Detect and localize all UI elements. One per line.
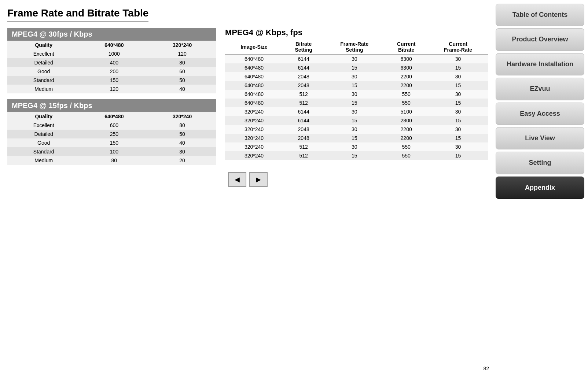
table-cell: 640*480 (225, 99, 283, 107)
prev-button[interactable]: ◀ (228, 172, 246, 187)
table-cell: 30 (428, 142, 488, 151)
table-cell: 320*240 (225, 142, 283, 151)
table-cell: 6144 (283, 116, 324, 125)
table-cell: 6144 (283, 55, 324, 64)
table-cell: 30 (324, 72, 385, 81)
table-cell: 150 (80, 138, 148, 147)
section2-header: MPEG4 @ 15fps / Kbps (7, 99, 216, 112)
table-cell: 30 (428, 72, 488, 81)
table-cell: 30 (324, 90, 385, 99)
table-cell: 60 (148, 67, 216, 76)
mpeg4-kbps-fps-table: Image-Size BitrateSetting Frame-RateSett… (225, 40, 488, 160)
sidebar-btn-easy-access[interactable]: Easy Access (496, 103, 584, 125)
table-cell: 640*480 (225, 55, 283, 64)
table-cell: 320*240 (225, 151, 283, 160)
sidebar-btn-live-view[interactable]: Live View (496, 127, 584, 149)
col-640-1: 640*480 (80, 41, 148, 49)
sidebar-btn-product-overview[interactable]: Product Overview (496, 28, 584, 51)
table-cell: 15 (324, 134, 385, 142)
table-cell: 80 (148, 58, 216, 67)
sidebar: Table of ContentsProduct OverviewHardwar… (496, 4, 588, 378)
table-cell: 400 (80, 58, 148, 67)
table-cell: 30 (428, 90, 488, 99)
table-cell: 512 (283, 151, 324, 160)
table-cell: Detailed (7, 130, 80, 138)
table-cell: Good (7, 138, 80, 147)
col-640-2: 640*480 (80, 112, 148, 121)
table-cell: 30 (428, 107, 488, 116)
table-cell: 15 (428, 81, 488, 90)
right-section-header: MPEG4 @ Kbps, fps (225, 28, 488, 37)
right-table-container: MPEG4 @ Kbps, fps Image-Size BitrateSett… (225, 28, 488, 160)
table-cell: 80 (80, 156, 148, 165)
table-cell: 2048 (283, 125, 324, 134)
table-cell: 40 (148, 138, 216, 147)
col-current-framerate: CurrentFrame-Rate (428, 40, 488, 55)
table-cell: Good (7, 67, 80, 76)
table-cell: 2048 (283, 72, 324, 81)
table-cell: 20 (148, 156, 216, 165)
table-cell: 2048 (283, 81, 324, 90)
table-cell: 30 (428, 55, 488, 64)
col-quality-2: Quality (7, 112, 80, 121)
table-cell: Medium (7, 156, 80, 165)
table-cell: Standard (7, 76, 80, 85)
table-cell: 2200 (385, 72, 428, 81)
mpeg4-15fps-table: Quality 640*480 320*240 Excellent60080De… (7, 112, 216, 165)
table-cell: 550 (385, 142, 428, 151)
table-cell: 640*480 (225, 63, 283, 72)
table-cell: 15 (324, 116, 385, 125)
table-cell: 30 (148, 147, 216, 156)
table-cell: 2200 (385, 134, 428, 142)
table-cell: 550 (385, 99, 428, 107)
col-image-size: Image-Size (225, 40, 283, 55)
table-cell: 550 (385, 90, 428, 99)
table-cell: 80 (148, 121, 216, 130)
table-cell: 640*480 (225, 72, 283, 81)
col-bitrate-setting: BitrateSetting (283, 40, 324, 55)
table-cell: 512 (283, 142, 324, 151)
col-current-bitrate: CurrentBitrate (385, 40, 428, 55)
sidebar-btn-appendix[interactable]: Appendix (496, 177, 584, 199)
table-cell: 30 (324, 142, 385, 151)
col-framerate-setting: Frame-RateSetting (324, 40, 385, 55)
table-cell: 320*240 (225, 107, 283, 116)
section1-header: MPEG4 @ 30fps / Kbps (7, 28, 216, 41)
next-button[interactable]: ▶ (249, 172, 268, 187)
table-cell: 640*480 (225, 90, 283, 99)
table-cell: 550 (385, 151, 428, 160)
table-cell: Excellent (7, 49, 80, 58)
table-cell: 2048 (283, 134, 324, 142)
sidebar-btn-table-of-contents[interactable]: Table of Contents (496, 4, 584, 26)
mpeg4-30fps-table: Quality 640*480 320*240 Excellent1000120… (7, 41, 216, 93)
col-320-2: 320*240 (148, 112, 216, 121)
sidebar-btn-ezvuu[interactable]: EZvuu (496, 78, 584, 100)
table-cell: 2200 (385, 81, 428, 90)
table-cell: 15 (324, 63, 385, 72)
table-cell: 640*480 (225, 81, 283, 90)
table-cell: 2200 (385, 125, 428, 134)
table-cell: 30 (428, 125, 488, 134)
table-cell: Detailed (7, 58, 80, 67)
table-cell: 30 (324, 55, 385, 64)
sidebar-btn-hardware-installation[interactable]: Hardware Installation (496, 53, 584, 75)
table-cell: 15 (428, 63, 488, 72)
table-cell: 5100 (385, 107, 428, 116)
table-cell: 50 (148, 130, 216, 138)
table-cell: 200 (80, 67, 148, 76)
table-cell: Excellent (7, 121, 80, 130)
left-tables-container: MPEG4 @ 30fps / Kbps Quality 640*480 320… (7, 28, 216, 165)
table-cell: 40 (148, 85, 216, 93)
bottom-nav: ◀ ▶ (7, 165, 488, 194)
table-cell: 15 (428, 134, 488, 142)
col-320-1: 320*240 (148, 41, 216, 49)
table-cell: 100 (80, 147, 148, 156)
table-cell: 6144 (283, 107, 324, 116)
table-cell: 15 (324, 151, 385, 160)
table-cell: 30 (324, 125, 385, 134)
table-cell: 250 (80, 130, 148, 138)
table-cell: 6300 (385, 55, 428, 64)
table-cell: 15 (428, 99, 488, 107)
sidebar-btn-setting[interactable]: Setting (496, 152, 584, 174)
table-cell: Medium (7, 85, 80, 93)
